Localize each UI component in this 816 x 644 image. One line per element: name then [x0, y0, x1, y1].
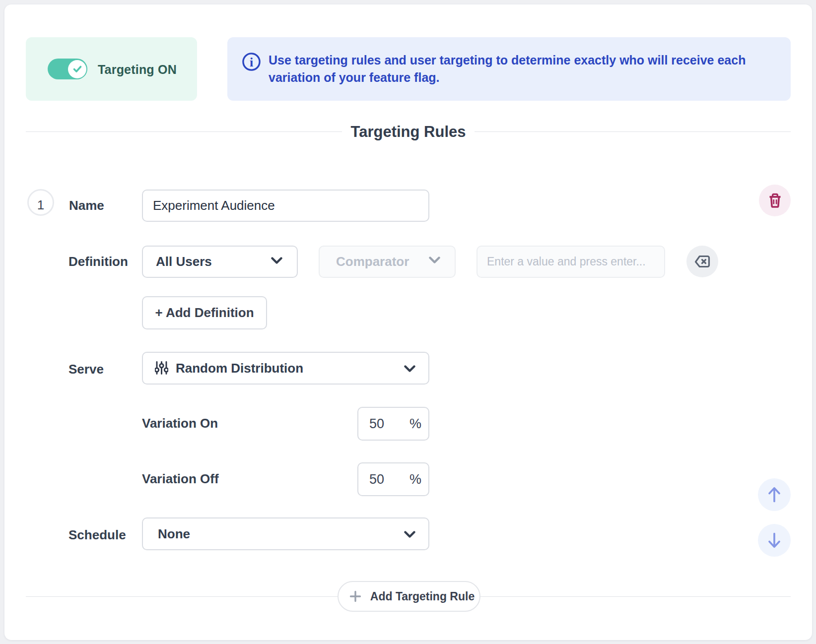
svg-text:i: i [250, 55, 253, 69]
